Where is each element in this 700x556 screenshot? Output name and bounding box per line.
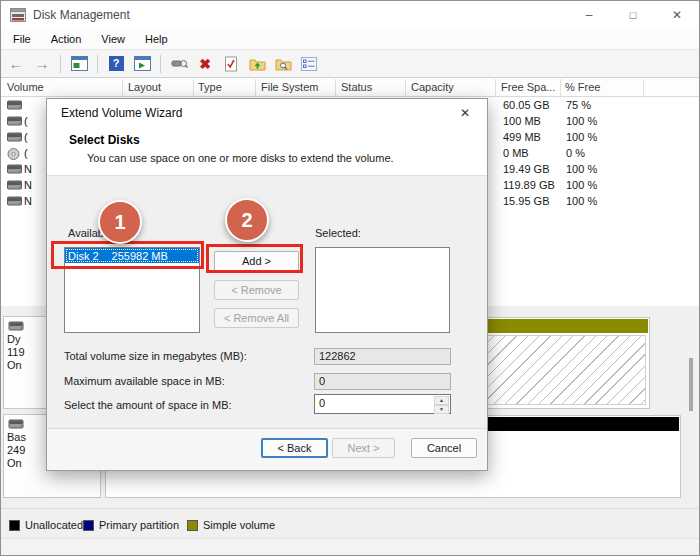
dialog-close-icon[interactable]: ✕ [449,102,481,124]
menu-view[interactable]: View [91,31,135,47]
status-bar [1,538,699,556]
menu-action[interactable]: Action [41,31,92,47]
minimize-button[interactable]: – [567,1,611,29]
pct-free-cell: 100 % [566,115,597,127]
annotation-step-1-badge: 1 [98,200,142,244]
forward-icon[interactable]: → [31,53,53,75]
free-space-cell: 19.49 GB [503,163,549,175]
free-space-cell: 119.89 GB [503,179,555,191]
menu-bar: File Action View Help [1,29,699,49]
free-space-cell: 100 MB [503,115,541,127]
close-button[interactable]: ✕ [655,1,699,29]
disk-icon [7,164,22,174]
pct-free-cell: 100 % [566,179,597,191]
dialog-title-bar: Extend Volume Wizard ✕ [47,99,487,127]
volume-name-fragment: N [24,163,32,175]
free-space-cell: 15.95 GB [503,195,549,207]
volume-name-fragment: N [24,195,32,207]
col-status[interactable]: Status [341,81,372,93]
disk-icon [7,196,22,206]
spinner-up-icon[interactable]: ▲ [434,396,449,405]
free-space-cell: 499 MB [503,131,541,143]
remove-all-button[interactable]: < Remove All [214,308,299,328]
disk-icon [7,180,22,190]
vertical-scrollbar-thumb[interactable] [689,358,693,411]
properties-icon[interactable] [298,53,320,75]
back-icon[interactable]: ← [5,53,27,75]
selected-label: Selected: [315,227,361,239]
pct-free-cell: 0 % [566,147,585,159]
pct-free-cell: 75 % [566,99,591,111]
legend-label: Simple volume [203,519,275,531]
disk-icon [7,132,22,142]
remote-action-icon[interactable] [168,53,190,75]
legend-primary-partition: Primary partition [83,519,179,531]
dialog-header: Select Disks You can use space on one or… [47,127,487,176]
volume-name-fragment: N [24,179,32,191]
col-pct-free[interactable]: % Free [565,81,600,93]
dialog-title: Extend Volume Wizard [61,106,182,120]
annotation-box-add-button [206,244,303,273]
dialog-description: You can use space on one or more disks t… [87,152,394,164]
remove-button[interactable]: < Remove [214,280,299,300]
legend-simple-volume: Simple volume [187,519,275,531]
max-space-label: Maximum available space in MB: [64,375,225,387]
console-window-icon[interactable] [68,53,90,75]
dialog-heading: Select Disks [69,133,140,147]
primary-partition-swatch [83,520,94,531]
folder-search-icon[interactable] [272,53,294,75]
toolbar-separator [60,55,61,73]
spinner-down-icon[interactable]: ▼ [434,405,449,414]
disk-icon [7,116,22,126]
disk-icon [7,100,22,110]
selected-listbox[interactable] [315,247,450,333]
back-button[interactable]: < Back [261,438,328,458]
unallocated-swatch [9,520,20,531]
annotation-box-available-item [51,241,204,269]
total-size-label: Total volume size in megabytes (MB): [64,350,247,362]
menu-file[interactable]: File [3,31,41,47]
menu-help[interactable]: Help [135,31,178,47]
total-size-field: 122862 [314,348,451,365]
help-icon[interactable]: ? [105,53,127,75]
pct-free-cell: 100 % [566,195,597,207]
col-type[interactable]: Type [198,81,222,93]
toolbar: ← → ? ✖ [1,49,699,78]
col-file-system[interactable]: File System [261,81,318,93]
amount-label: Select the amount of space in MB: [64,399,232,411]
delete-icon[interactable]: ✖ [194,53,216,75]
cd-icon [7,148,20,160]
col-layout[interactable]: Layout [128,81,161,93]
col-capacity[interactable]: Capacity [411,81,454,93]
check-document-icon[interactable] [220,53,242,75]
disk-icon [7,419,25,429]
window-title: Disk Management [33,8,130,22]
folder-up-icon[interactable] [246,53,268,75]
title-bar: Disk Management – □ ✕ [1,1,699,29]
dialog-footer: < Back Next > Cancel [47,428,487,470]
legend-label: Unallocated [25,519,83,531]
extend-volume-wizard-dialog: Extend Volume Wizard ✕ Select Disks You … [46,98,488,471]
simple-volume-swatch [187,520,198,531]
toolbar-separator [97,55,98,73]
free-space-cell: 60.05 GB [503,99,549,111]
next-button[interactable]: Next > [332,438,395,458]
disk-icon [7,321,25,331]
cancel-button[interactable]: Cancel [411,438,477,458]
legend-label: Primary partition [99,519,179,531]
legend-bar: Unallocated Primary partition Simple vol… [1,508,699,538]
col-free-space[interactable]: Free Spa... [501,81,555,93]
maximize-button[interactable]: □ [611,1,655,29]
legend-unallocated: Unallocated [9,519,83,531]
annotation-step-2-badge: 2 [225,198,269,242]
free-space-cell: 0 MB [503,147,529,159]
volume-name-fragment: ( [24,131,28,143]
console-window-play-icon[interactable] [131,53,153,75]
app-icon [10,8,26,22]
col-volume[interactable]: Volume [7,81,44,93]
amount-value: 0 [319,397,325,409]
amount-input[interactable]: 0 ▲ ▼ [314,394,451,414]
pct-free-cell: 100 % [566,163,597,175]
pct-free-cell: 100 % [566,131,597,143]
toolbar-separator [160,55,161,73]
